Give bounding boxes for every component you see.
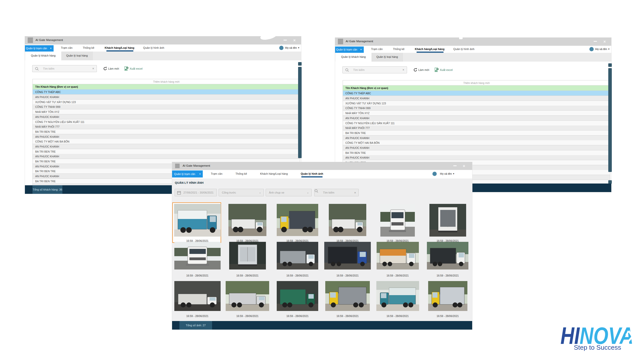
svg-text:x: x — [127, 67, 128, 69]
svg-text:Step to Success: Step to Success — [574, 344, 621, 351]
svg-text:x: x — [437, 68, 438, 70]
